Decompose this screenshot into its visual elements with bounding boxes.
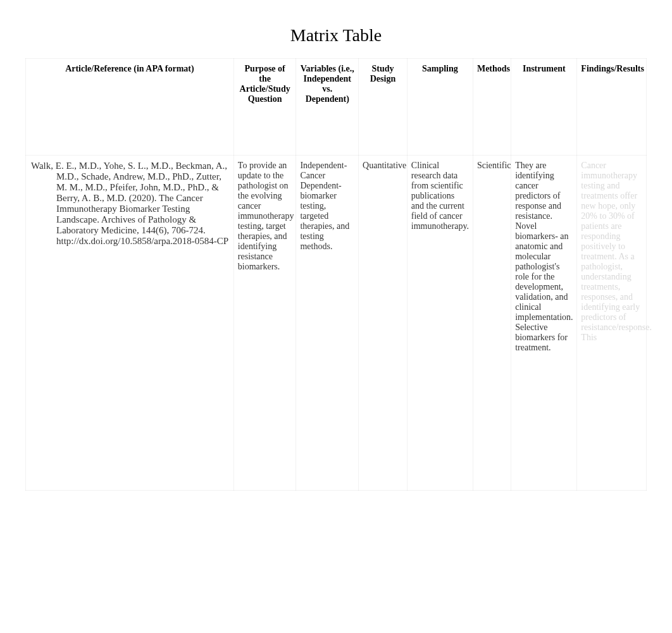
cell-instrument: They are identifying cancer predictors o…	[511, 156, 577, 491]
header-instrument: Instrument	[511, 59, 577, 156]
header-methods: Methods	[473, 59, 511, 156]
header-variables: Variables (i.e., Independent vs. Depende…	[296, 59, 359, 156]
table-row: Walk, E. E., M.D., Yohe, S. L., M.D., Be…	[26, 156, 647, 491]
cell-variables: Independent- Cancer Dependent- biomarker…	[296, 156, 359, 491]
cell-sampling: Clinical research data from scientific p…	[407, 156, 473, 491]
header-article: Article/Reference (in APA format)	[26, 59, 234, 156]
cell-article: Walk, E. E., M.D., Yohe, S. L., M.D., Be…	[26, 156, 234, 491]
header-sampling: Sampling	[407, 59, 473, 156]
header-purpose: Purpose of the Article/Study Question	[233, 59, 296, 156]
cell-findings: Cancer immunotherapy testing and treatme…	[577, 156, 647, 491]
page-title: Matrix Table	[25, 25, 647, 46]
header-findings: Findings/Results	[577, 59, 647, 156]
matrix-table-document: Matrix Table Article/Reference (in APA f…	[25, 25, 647, 491]
cell-purpose: To provide an update to the pathologist …	[233, 156, 296, 491]
cell-design: Quantitative	[359, 156, 408, 491]
matrix-table: Article/Reference (in APA format) Purpos…	[25, 58, 647, 491]
cell-methods: Scientific	[473, 156, 511, 491]
header-design: Study Design	[359, 59, 408, 156]
table-header-row: Article/Reference (in APA format) Purpos…	[26, 59, 647, 156]
